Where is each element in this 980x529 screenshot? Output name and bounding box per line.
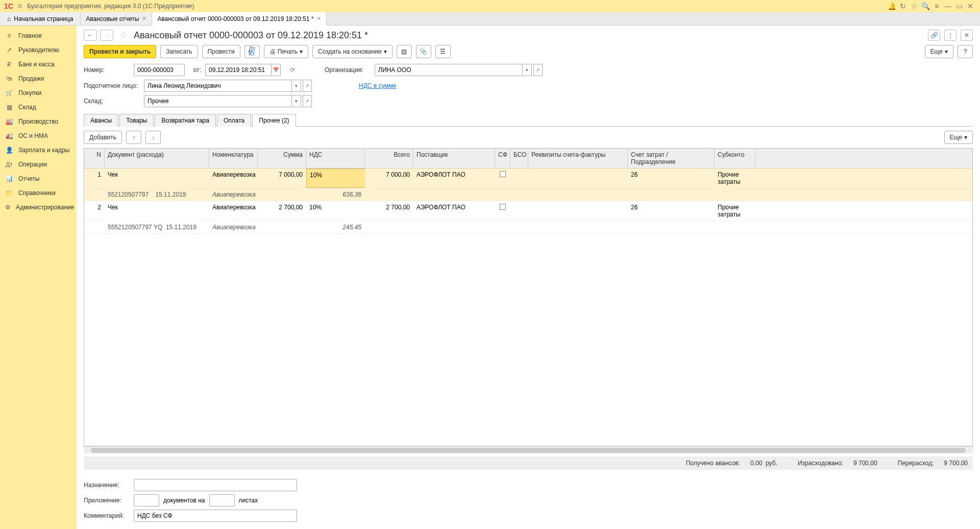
org-input[interactable] — [375, 64, 523, 76]
comment-input[interactable] — [134, 510, 297, 522]
person-input[interactable] — [144, 80, 292, 92]
tab-document[interactable]: Авансовый отчет 0000-000003 от 09.12.201… — [152, 12, 327, 26]
minimize-icon[interactable]: — — [942, 2, 953, 10]
forward-button[interactable]: → — [100, 30, 113, 41]
sidebar-item-main[interactable]: ≡Главное — [0, 29, 77, 43]
scrollbar-thumb[interactable] — [91, 448, 966, 453]
appendix-sheets-input[interactable] — [209, 494, 235, 507]
dtkt-button[interactable]: ДтКт — [244, 45, 260, 58]
col-req[interactable]: Реквизиты счета-фактуры — [528, 149, 628, 168]
back-button[interactable]: ← — [84, 30, 97, 41]
dropdown-icon[interactable]: ▾ — [292, 95, 301, 107]
sidebar-item-warehouse[interactable]: ▦Склад — [0, 100, 77, 114]
sidebar-item-admin[interactable]: ⚙Администрирование — [0, 200, 77, 214]
col-bso[interactable]: БСО — [510, 149, 528, 168]
save-button[interactable]: Записать — [160, 45, 198, 58]
tab-other[interactable]: Прочее (2) — [252, 114, 296, 127]
sf-checkbox[interactable] — [500, 204, 506, 210]
tab-close-icon[interactable]: ✕ — [316, 15, 321, 22]
sf-checkbox[interactable] — [500, 171, 506, 177]
bell-icon[interactable]: 🔔 — [886, 2, 897, 10]
refresh-date-button[interactable]: ⟳ — [285, 63, 300, 77]
tab-label: Авансовые отчеты — [86, 15, 139, 22]
sidebar-item-reports[interactable]: 📊Отчеты — [0, 172, 77, 186]
open-ref-icon[interactable]: ↗ — [303, 95, 312, 107]
move-down-button[interactable]: ↓ — [145, 131, 161, 144]
add-row-button[interactable]: Добавить — [84, 131, 122, 144]
sidebar-item-sales[interactable]: 🛍Продажи — [0, 71, 77, 86]
col-n[interactable]: N — [84, 149, 105, 168]
attach-button[interactable]: 📎 — [416, 45, 431, 58]
maximize-icon[interactable]: ▭ — [953, 2, 965, 10]
menu-icon[interactable]: ≡ — [17, 2, 22, 11]
grid[interactable]: N Документ (расхода) Номенклатура Сумма … — [84, 148, 973, 446]
col-acc[interactable]: Счет затрат / Подразделение — [628, 149, 715, 168]
tab-close-icon[interactable]: ✕ — [142, 15, 146, 22]
grid-row[interactable]: 2 Чек Авиаперевозка 2 700,00 10% 2 700,0… — [84, 201, 972, 221]
open-ref-icon[interactable]: ↗ — [303, 80, 312, 92]
sidebar-item-assets[interactable]: 🚛ОС и НМА — [0, 129, 77, 143]
structure-button[interactable]: ▤ — [397, 45, 412, 58]
sidebar-item-catalogs[interactable]: 📁Справочники — [0, 186, 77, 200]
list-button[interactable]: ☰ — [435, 45, 451, 58]
purpose-input[interactable] — [134, 479, 297, 491]
help-button[interactable]: ? — [958, 45, 973, 58]
history-icon[interactable]: ↻ — [897, 2, 909, 10]
sidebar-item-manager[interactable]: ↗Руководителю — [0, 43, 77, 57]
col-sum[interactable]: Сумма — [258, 149, 306, 168]
nds-cell-active[interactable]: 10% — [306, 169, 365, 188]
more-vert-icon[interactable]: ⋮ — [944, 30, 957, 41]
warehouse-input[interactable] — [144, 95, 292, 107]
star-icon[interactable]: ☆ — [909, 2, 920, 10]
logo-1c: 1C — [4, 2, 13, 10]
tab-goods[interactable]: Товары — [119, 114, 154, 127]
post-button[interactable]: Провести — [202, 45, 240, 58]
appendix-end: листах — [239, 497, 258, 504]
close-icon[interactable]: ✕ — [965, 2, 976, 10]
calendar-icon[interactable]: 📅 — [272, 64, 281, 76]
sidebar-item-salary[interactable]: 👤Зарплата и кадры — [0, 143, 77, 157]
col-sub[interactable]: Субконто — [715, 149, 755, 168]
create-based-button[interactable]: Создать на основании▾ — [312, 45, 393, 58]
tab-advances[interactable]: Авансы — [84, 114, 118, 127]
sidebar-icon: ≡ — [5, 32, 13, 39]
tab-reports[interactable]: Авансовые отчеты ✕ — [81, 12, 152, 25]
move-up-button[interactable]: ↑ — [126, 131, 141, 144]
sidebar-item-operations[interactable]: ДтОперации — [0, 157, 77, 172]
appendix-docs-input[interactable] — [134, 494, 159, 507]
settings-icon[interactable]: ≡ — [931, 2, 942, 10]
sidebar-item-production[interactable]: 🏭Производство — [0, 114, 77, 129]
adv-value: 0,00 — [750, 460, 762, 467]
grid-row[interactable]: 1 Чек Авиаперевозка 7 000,00 10% 7 000,0… — [84, 169, 972, 188]
col-tot[interactable]: Всего — [365, 149, 413, 168]
col-doc[interactable]: Документ (расхода) — [105, 149, 209, 168]
org-label: Организация: — [325, 66, 371, 74]
print-button[interactable]: 🖨Печать▾ — [264, 45, 308, 58]
more-button[interactable]: Еще▾ — [925, 45, 953, 58]
col-nom[interactable]: Номенклатура — [209, 149, 258, 168]
close-doc-icon[interactable]: ✕ — [961, 30, 973, 41]
horizontal-scrollbar[interactable] — [84, 446, 973, 453]
open-ref-icon[interactable]: ↗ — [533, 64, 543, 76]
favorite-icon[interactable]: ☆ — [119, 30, 128, 41]
nds-link[interactable]: НДС в сумме — [359, 82, 397, 89]
link-icon[interactable]: 🔗 — [928, 30, 940, 41]
dropdown-icon[interactable]: ▾ — [523, 64, 532, 76]
col-nds[interactable]: НДС — [306, 149, 365, 168]
search-icon[interactable]: 🔍 — [920, 2, 931, 10]
col-sup[interactable]: Поставщик — [413, 149, 495, 168]
tab-home-label: Начальная страница — [14, 15, 73, 22]
sidebar-item-purchases[interactable]: 🛒Покупки — [0, 86, 77, 100]
grid-more-button[interactable]: Еще▾ — [944, 131, 973, 144]
grid-subrow[interactable]: 552120507797 15.11.2019 Авиаперевозка 63… — [84, 188, 972, 201]
col-sf[interactable]: СФ — [495, 149, 510, 168]
dropdown-icon[interactable]: ▾ — [292, 80, 301, 92]
tab-home[interactable]: ⌂ Начальная страница — [0, 12, 81, 25]
sidebar-item-bank[interactable]: ₽Банк и касса — [0, 57, 77, 71]
tab-returns[interactable]: Возвратная тара — [155, 114, 216, 127]
grid-subrow[interactable]: 5552120507797 YQ 15.11.2019 Авиаперевозк… — [84, 221, 972, 234]
post-close-button[interactable]: Провести и закрыть — [84, 45, 156, 58]
number-input[interactable] — [134, 64, 185, 76]
date-input[interactable] — [205, 64, 272, 76]
tab-payment[interactable]: Оплата — [217, 114, 251, 127]
